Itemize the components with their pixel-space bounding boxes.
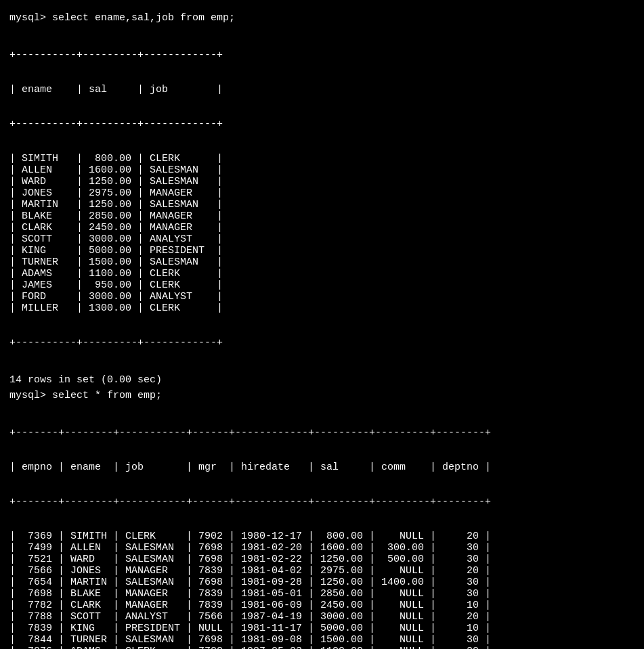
table-row: | FORD | 3000.00 | ANALYST | bbox=[9, 291, 635, 303]
query2-section: mysql> select * from emp; +-------+-----… bbox=[9, 390, 635, 649]
table-row: | ADAMS | 1100.00 | CLERK | bbox=[9, 268, 635, 279]
table-row: | ALLEN | 1600.00 | SALESMAN | bbox=[9, 164, 635, 176]
query1-table: +----------+---------+------------+ | en… bbox=[9, 26, 635, 372]
query1-section: mysql> select ename,sal,job from emp; +-… bbox=[9, 12, 635, 386]
query1-border-bottom: +----------+---------+------------+ bbox=[9, 337, 635, 349]
table-row: | MILLER | 1300.00 | CLERK | bbox=[9, 303, 635, 314]
table-row: | JAMES | 950.00 | CLERK | bbox=[9, 279, 635, 291]
table-row: | 7521 | WARD | SALESMAN | 7698 | 1981-0… bbox=[9, 554, 635, 565]
table-row: | 7844 | TURNER | SALESMAN | 7698 | 1981… bbox=[9, 634, 635, 646]
query1-border-top: +----------+---------+------------+ bbox=[9, 49, 635, 61]
table-row: | JONES | 2975.00 | MANAGER | bbox=[9, 187, 635, 199]
table-row: | 7566 | JONES | MANAGER | 7839 | 1981-0… bbox=[9, 565, 635, 577]
table-row: | 7654 | MARTIN | SALESMAN | 7698 | 1981… bbox=[9, 577, 635, 588]
table-row: | 7499 | ALLEN | SALESMAN | 7698 | 1981-… bbox=[9, 542, 635, 554]
table-row: | MARTIN | 1250.00 | SALESMAN | bbox=[9, 199, 635, 210]
query2-table: +-------+--------+-----------+------+---… bbox=[9, 404, 635, 649]
terminal: mysql> select ename,sal,job from emp; +-… bbox=[7, 7, 637, 649]
query2-border-mid: +-------+--------+-----------+------+---… bbox=[9, 496, 635, 508]
table-row: | 7698 | BLAKE | MANAGER | 7839 | 1981-0… bbox=[9, 588, 635, 600]
table-row: | 7876 | ADAMS | CLERK | 7788 | 1987-05-… bbox=[9, 646, 635, 649]
table-row: | 7782 | CLARK | MANAGER | 7839 | 1981-0… bbox=[9, 600, 635, 611]
table-row: | CLARK | 2450.00 | MANAGER | bbox=[9, 222, 635, 233]
query2-header: | empno | ename | job | mgr | hiredate |… bbox=[9, 462, 635, 473]
table-row: | 7839 | KING | PRESIDENT | NULL | 1981-… bbox=[9, 623, 635, 634]
table-row: | SCOTT | 3000.00 | ANALYST | bbox=[9, 233, 635, 245]
table-row: | SIMITH | 800.00 | CLERK | bbox=[9, 153, 635, 164]
table-row: | 7369 | SIMITH | CLERK | 7902 | 1980-12… bbox=[9, 531, 635, 542]
query2-rows: | 7369 | SIMITH | CLERK | 7902 | 1980-12… bbox=[9, 531, 635, 649]
query1-rows: | SIMITH | 800.00 | CLERK || ALLEN | 160… bbox=[9, 153, 635, 314]
query1-result: 14 rows in set (0.00 sec) bbox=[9, 374, 635, 386]
query1-header: | ename | sal | job | bbox=[9, 84, 635, 95]
query2-border-top: +-------+--------+-----------+------+---… bbox=[9, 427, 635, 439]
query1-border-mid: +----------+---------+------------+ bbox=[9, 118, 635, 130]
table-row: | 7788 | SCOTT | ANALYST | 7566 | 1987-0… bbox=[9, 611, 635, 623]
table-row: | TURNER | 1500.00 | SALESMAN | bbox=[9, 256, 635, 268]
query2-prompt: mysql> select * from emp; bbox=[9, 390, 635, 401]
table-row: | KING | 5000.00 | PRESIDENT | bbox=[9, 245, 635, 256]
table-row: | WARD | 1250.00 | SALESMAN | bbox=[9, 176, 635, 187]
table-row: | BLAKE | 2850.00 | MANAGER | bbox=[9, 210, 635, 222]
query1-prompt: mysql> select ename,sal,job from emp; bbox=[9, 12, 635, 24]
